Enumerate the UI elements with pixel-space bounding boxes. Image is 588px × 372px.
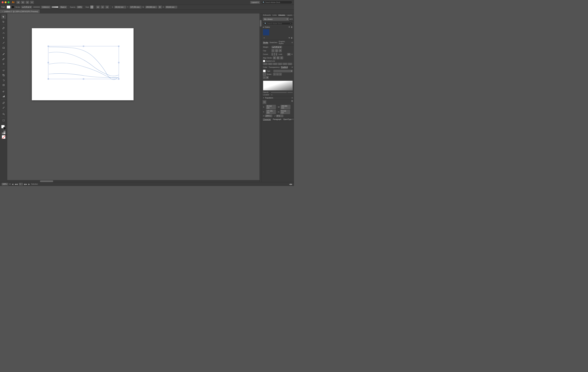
gradient-box[interactable] — [2, 131, 5, 134]
rect-tool[interactable] — [1, 45, 6, 50]
selection-tool[interactable] — [1, 14, 6, 19]
transform-reference-icon[interactable] — [262, 100, 267, 104]
layout-button[interactable]: Layout ▾ — [250, 1, 260, 4]
weight-input[interactable]: ▲ 0,25 pt ▼ — [272, 46, 282, 48]
pathfinder-icon[interactable]: ⊟ — [105, 6, 109, 9]
rotation-field[interactable]: 270° ▾ — [265, 115, 272, 117]
none-box[interactable] — [2, 135, 5, 139]
gradient-options-btn[interactable]: ⊞ — [266, 76, 269, 79]
transform-menu-icon[interactable]: ≡ — [292, 97, 293, 99]
eyedropper-tool[interactable] — [1, 101, 6, 105]
color-panel-menu-icon[interactable]: ≡ — [292, 66, 293, 68]
line-tool[interactable] — [1, 40, 6, 45]
transform-header[interactable]: ▼ Transform ≡ — [262, 96, 294, 100]
hscroll-thumb[interactable] — [40, 181, 53, 182]
round-corner-button[interactable]: ◜ — [274, 53, 275, 56]
align-icon[interactable]: ⊞ — [96, 6, 100, 9]
stroke-fill-selector[interactable] — [1, 125, 6, 130]
first-artboard-btn[interactable]: ◀◀ — [15, 183, 18, 185]
search-library[interactable]: 🔍 Search Adobe Stock ✕ — [263, 22, 293, 25]
colors-expand-icon[interactable]: ▶ — [263, 26, 264, 28]
canvas-area[interactable] — [7, 13, 262, 182]
paragraph-tab[interactable]: Paragraph — [273, 118, 281, 120]
transform-icon[interactable]: ⊡ — [101, 6, 104, 9]
gradient-type-dropdown[interactable]: ▾ — [273, 70, 293, 72]
links-tab[interactable]: Links — [272, 14, 277, 16]
stroke-tab[interactable]: Stroke — [263, 41, 268, 44]
artboards-tab[interactable]: Artboards — [263, 14, 271, 16]
fullscreen-button[interactable] — [8, 1, 10, 3]
libraries-tab[interactable]: Libraries — [278, 14, 285, 16]
align-outside-button[interactable]: ⊡ — [280, 56, 283, 59]
scale-tool[interactable] — [1, 73, 6, 78]
window-controls[interactable] — [2, 1, 10, 3]
miter-corner-button[interactable]: ⌐ — [272, 53, 273, 56]
art-right-icon[interactable]: ▶ — [291, 183, 292, 185]
limit-input[interactable]: 10 — [287, 53, 291, 56]
dash-field-1[interactable]: dash — [263, 63, 268, 65]
transform-x-field[interactable]: 48,312 mm — [266, 105, 276, 109]
stroke-color-box[interactable] — [3, 127, 6, 130]
dash-field-3[interactable]: dash — [283, 63, 287, 65]
opacity-slider[interactable] — [271, 92, 287, 93]
last-artboard-btn[interactable]: ▶▶ — [24, 183, 27, 185]
list-view-icon[interactable]: ☰ — [291, 18, 293, 20]
artboard-tool[interactable] — [1, 118, 6, 123]
constrain-proportions-icon[interactable]: ⛓ — [291, 100, 293, 104]
gradient-tab[interactable]: Gradient — [281, 66, 288, 68]
rotate-tool[interactable] — [1, 68, 6, 73]
art-left-icon[interactable]: ◀ — [289, 183, 291, 185]
library-dropdown[interactable]: My Library ▾ — [263, 18, 289, 21]
add-to-library-icon[interactable]: ＋ — [263, 36, 265, 39]
symbol-sprayer-tool[interactable] — [1, 89, 6, 94]
zoom-field[interactable]: 100% — [2, 183, 8, 185]
arrange-icon[interactable]: ⊞ — [16, 1, 20, 4]
dashed-line-checkbox[interactable] — [263, 60, 265, 62]
w-field[interactable]: 200,966 mm — [145, 6, 157, 8]
y-field[interactable]: 147,291 mm — [130, 6, 141, 8]
character-tab[interactable]: Character — [263, 118, 271, 121]
workspace-icon[interactable]: ⊟ — [21, 1, 25, 4]
limit-close-icon[interactable]: ✕ — [291, 53, 293, 55]
blob-brush-tool[interactable] — [1, 62, 6, 66]
zoom-tool[interactable] — [1, 112, 6, 116]
canvas-hscroll[interactable] — [7, 180, 260, 182]
transparency-tab[interactable]: Transparency — [269, 66, 280, 68]
x-field[interactable]: 48,312 mm — [114, 6, 126, 8]
gradient-white-swatch[interactable] — [263, 70, 266, 72]
free-transform-tool[interactable] — [1, 83, 6, 87]
swatches-tab[interactable]: Swatches — [270, 41, 277, 44]
fill-box[interactable] — [7, 6, 10, 9]
stroke-within-btn[interactable]: ↕ — [273, 73, 276, 76]
graphic-styles-tab[interactable]: Graphic Styles — [279, 40, 290, 45]
paintbrush-tool[interactable] — [1, 52, 6, 56]
projecting-cap-button[interactable]: ⊓ — [279, 49, 282, 52]
gap-field-1[interactable]: gap — [268, 63, 273, 65]
dash-field-2[interactable]: dash — [273, 63, 277, 65]
library-trash-icon[interactable]: 🗑 — [291, 37, 293, 39]
colors-eye-icon[interactable]: 👁 — [288, 26, 290, 28]
character-menu-icon[interactable]: ≡ — [292, 118, 293, 121]
tab-close-icon[interactable]: ✕ — [2, 11, 3, 12]
next-artboard-btn[interactable]: ▶ — [28, 183, 30, 185]
gradient-dark-swatch[interactable] — [263, 73, 266, 76]
fill-icon[interactable] — [11, 6, 14, 9]
gap-field-3[interactable]: gap — [288, 63, 292, 65]
zoom-chevron-icon[interactable]: ▾ — [10, 183, 10, 185]
location-value[interactable] — [271, 95, 273, 95]
canvas-vscroll[interactable] — [260, 13, 262, 182]
stroke-across-btn[interactable]: ↕ — [279, 73, 282, 76]
shear-field[interactable]: 0° ▾ — [276, 115, 283, 117]
stroke-along-btn[interactable]: ↔ — [276, 73, 279, 76]
align-center-button[interactable]: ⊟ — [273, 56, 276, 59]
transform-y-field[interactable]: 147,291 mm — [266, 110, 276, 114]
document-tab[interactable]: ✕ Untitled-1* @ 100% (CMYK/GPU Preview) — [0, 10, 40, 13]
gap-field-2[interactable]: gap — [278, 63, 282, 65]
stroke-profile-dropdown[interactable]: Basic ▾ — [60, 6, 67, 8]
close-button[interactable] — [2, 1, 4, 3]
bevel-corner-button[interactable]: ⌐ — [276, 53, 277, 56]
style-preview[interactable] — [90, 6, 93, 9]
curvature-tool[interactable] — [1, 31, 6, 35]
vscroll-thumb[interactable] — [260, 20, 262, 27]
butt-cap-button[interactable]: | — [272, 49, 274, 52]
